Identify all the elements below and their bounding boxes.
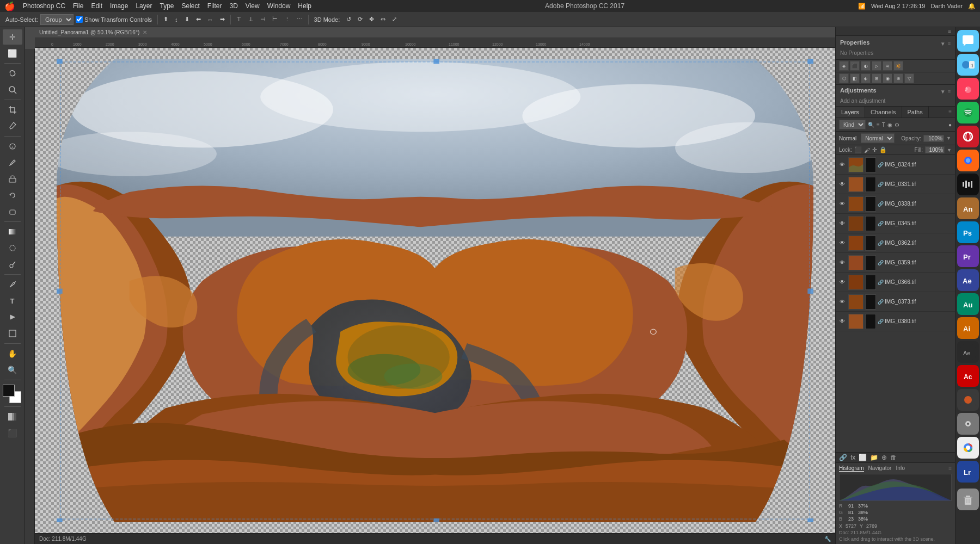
acrobat-dock-icon[interactable]: Ac [957, 365, 979, 387]
show-transform-checkbox[interactable] [76, 16, 83, 23]
menu-file[interactable]: File [73, 2, 83, 10]
histogram-menu-icon[interactable]: ≡ [948, 465, 952, 472]
lock-transparent-btn[interactable]: ⬛ [854, 146, 862, 153]
adjustments-collapse[interactable]: ▼ [940, 89, 946, 95]
layer-0-vis[interactable]: 👁 [838, 160, 847, 169]
foreground-color[interactable] [3, 385, 15, 397]
itunes-dock-icon[interactable]: ♪ [957, 78, 979, 100]
properties-menu-icon[interactable]: ≡ [948, 41, 951, 46]
menu-window[interactable]: Window [267, 2, 291, 10]
histogram-tab-navigator[interactable]: Navigator [868, 465, 892, 472]
menu-edit[interactable]: Edit [91, 2, 102, 10]
eraser-tool[interactable] [3, 204, 22, 219]
opacity-dropdown-btn[interactable]: ▼ [946, 135, 951, 141]
menu-filter[interactable]: Filter [207, 2, 222, 10]
quick-select-tool[interactable] [3, 82, 22, 97]
link-layers-btn[interactable]: 🔗 [839, 454, 847, 461]
layer-2-vis[interactable]: 👁 [838, 200, 847, 208]
layer-row-0[interactable]: 👁 🔗 IMG_0324.tif [836, 155, 955, 175]
healing-tool[interactable]: + [3, 139, 22, 154]
filter-icon-4[interactable]: ◉ [887, 122, 892, 128]
layer-8-vis[interactable]: 👁 [838, 317, 847, 326]
panel-icon-6[interactable]: 🔆 [893, 61, 903, 71]
apple-menu[interactable]: 🍎 [4, 1, 15, 11]
layers-tab-layers[interactable]: Layers [836, 107, 865, 118]
layer-row-7[interactable]: 👁 🔗 IMG_0373.tif [836, 292, 955, 312]
distribute-right-btn[interactable]: ⋯ [295, 14, 305, 26]
menu-select[interactable]: Select [181, 2, 199, 10]
layers-panel-menu[interactable]: ≡ [945, 107, 955, 118]
panel-icon-10[interactable]: ⊞ [872, 73, 881, 83]
canvas-content[interactable] [35, 48, 835, 544]
menu-view[interactable]: View [246, 2, 260, 10]
distribute-left-btn[interactable]: ⊢ [270, 14, 280, 26]
layer-row-6[interactable]: 👁 🔗 IMG_0366.tif [836, 273, 955, 292]
filter-icon-1[interactable]: 🔍 [868, 122, 874, 128]
panel-menu-icon[interactable]: ≡ [946, 28, 953, 34]
align-hcenter-btn[interactable]: ↔ [205, 14, 216, 26]
auto-select-dropdown[interactable]: Group Layer [40, 14, 74, 25]
panel-icon-3[interactable]: ◐ [861, 61, 871, 71]
screen-mode-btn[interactable]: ⬛ [3, 425, 22, 441]
panel-icon-1[interactable]: ◈ [839, 61, 849, 71]
3d-rotate-btn[interactable]: ↺ [344, 14, 353, 26]
layer-6-vis[interactable]: 👁 [838, 278, 847, 287]
opacity-input[interactable] [923, 135, 944, 142]
aftereffects-dock-icon[interactable]: Ae [957, 269, 979, 291]
align-vcenter-btn[interactable]: ↕ [173, 14, 180, 26]
add-style-btn[interactable]: fx [850, 454, 855, 461]
history-brush-tool[interactable] [3, 188, 22, 203]
illustrator-dock-icon[interactable]: Ai [957, 317, 979, 339]
lock-position-btn[interactable]: ✛ [872, 146, 877, 153]
trash-dock-icon[interactable] [957, 489, 979, 510]
distribute-vc-btn[interactable]: ⊥ [246, 14, 256, 26]
layer-4-vis[interactable]: 👁 [838, 239, 847, 248]
add-mask-btn[interactable]: ⬜ [859, 454, 867, 461]
histogram-tab-info[interactable]: Info [896, 465, 905, 472]
canvas-image[interactable] [57, 59, 813, 522]
stamp-tool[interactable] [3, 171, 22, 187]
shape-tool[interactable] [3, 326, 22, 341]
align-top-btn[interactable]: ⬆ [161, 14, 170, 26]
eyedropper-tool[interactable] [3, 119, 22, 134]
filter-icon-2[interactable]: ≡ [877, 122, 880, 128]
pen-tool[interactable] [3, 277, 22, 292]
layer-row-1[interactable]: 👁 🔗 IMG_0331.tif [836, 175, 955, 194]
3d-pan-btn[interactable]: ✥ [367, 14, 376, 26]
marquee-tool[interactable]: ⬜ [3, 46, 22, 61]
filter-kind-dropdown[interactable]: Kind [839, 120, 866, 129]
panel-icon-9[interactable]: ⬖ [861, 73, 871, 83]
distribute-top-btn[interactable]: ⊤ [234, 14, 244, 26]
brush-tool[interactable] [3, 155, 22, 170]
properties-collapse[interactable]: ▼ [940, 41, 946, 47]
lock-image-btn[interactable]: 🖌 [864, 147, 870, 153]
layer-row-2[interactable]: 👁 🔗 IMG_0338.tif [836, 194, 955, 214]
path-selection-tool[interactable] [3, 310, 22, 325]
audition-dock-icon[interactable]: Au [957, 293, 979, 315]
notification-icon[interactable]: 🔔 [968, 3, 976, 10]
menu-image[interactable]: Image [110, 2, 128, 10]
3d-roll-btn[interactable]: ⟳ [356, 14, 365, 26]
zoom-tool[interactable]: 🔍 [3, 362, 22, 378]
layer-row-8[interactable]: 👁 🔗 IMG_0380.tif [836, 312, 955, 331]
lightroom-dock-icon[interactable]: Lr [957, 461, 979, 483]
premiere-dock-icon[interactable]: Pr [957, 245, 979, 267]
close-tab-btn[interactable]: ✕ [143, 29, 147, 35]
panel-icon-13[interactable]: ▽ [904, 73, 914, 83]
aescripts-dock-icon[interactable]: Ae [957, 341, 979, 363]
align-left-btn[interactable]: ⬅ [194, 14, 203, 26]
gradient-tool[interactable] [3, 224, 22, 239]
panel-icon-7[interactable]: ⬡ [839, 73, 849, 83]
panel-icon-8[interactable]: ◧ [850, 73, 860, 83]
document-tab[interactable]: Untitled_Panorama1 @ 50.1% (RGB/16°) ✕ [35, 27, 835, 38]
blur-tool[interactable] [3, 240, 22, 256]
menu-3d[interactable]: 3D [230, 2, 238, 10]
distribute-bottom-btn[interactable]: ⊣ [258, 14, 268, 26]
dodge-tool[interactable] [3, 257, 22, 272]
blend-mode-dropdown[interactable]: Normal Multiply Screen [861, 133, 895, 143]
panel-icon-12[interactable]: ⊛ [893, 73, 903, 83]
menu-photoshop[interactable]: Photoshop CC [23, 2, 65, 10]
panel-icon-4[interactable]: ▷ [872, 61, 881, 71]
filter-icon-3[interactable]: T [882, 122, 885, 128]
quick-mask-btn[interactable] [3, 409, 22, 424]
